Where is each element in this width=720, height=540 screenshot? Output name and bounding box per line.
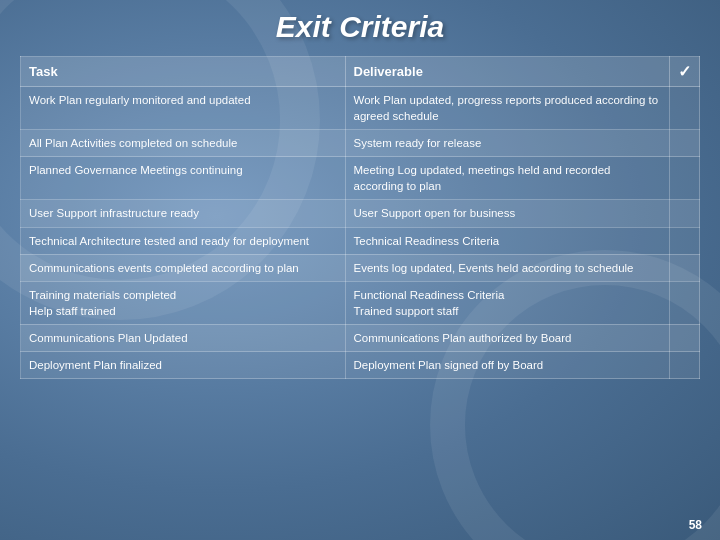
table-row: Communications events completed accordin… (21, 254, 700, 281)
check-cell (670, 352, 700, 379)
deliverable-cell: Events log updated, Events held accordin… (345, 254, 670, 281)
task-cell: All Plan Activities completed on schedul… (21, 130, 346, 157)
page-number: 58 (689, 518, 702, 532)
table-row: All Plan Activities completed on schedul… (21, 130, 700, 157)
task-cell: Training materials completed Help staff … (21, 281, 346, 324)
page-wrapper: Exit Criteria Task Deliverable ✓ Work Pl… (0, 0, 720, 389)
col-header-task: Task (21, 57, 346, 87)
checkmark-header: ✓ (678, 63, 691, 80)
task-cell: Communications events completed accordin… (21, 254, 346, 281)
deliverable-cell: Meeting Log updated, meetings held and r… (345, 157, 670, 200)
deliverable-cell: Technical Readiness Criteria (345, 227, 670, 254)
check-cell (670, 157, 700, 200)
table-row: Training materials completed Help staff … (21, 281, 700, 324)
table-row: Work Plan regularly monitored and update… (21, 87, 700, 130)
table-row: Communications Plan UpdatedCommunication… (21, 324, 700, 351)
check-cell (670, 227, 700, 254)
check-cell (670, 254, 700, 281)
exit-criteria-table: Task Deliverable ✓ Work Plan regularly m… (20, 56, 700, 379)
col-header-check: ✓ (670, 57, 700, 87)
page-title: Exit Criteria (20, 10, 700, 44)
deliverable-cell: User Support open for business (345, 200, 670, 227)
deliverable-cell: Deployment Plan signed off by Board (345, 352, 670, 379)
check-cell (670, 200, 700, 227)
table-row: Planned Governance Meetings continuingMe… (21, 157, 700, 200)
check-cell (670, 130, 700, 157)
task-cell: Communications Plan Updated (21, 324, 346, 351)
deliverable-cell: Work Plan updated, progress reports prod… (345, 87, 670, 130)
table-row: Technical Architecture tested and ready … (21, 227, 700, 254)
check-cell (670, 324, 700, 351)
check-cell (670, 281, 700, 324)
col-header-deliverable: Deliverable (345, 57, 670, 87)
table-row: User Support infrastructure readyUser Su… (21, 200, 700, 227)
deliverable-cell: Communications Plan authorized by Board (345, 324, 670, 351)
task-cell: Deployment Plan finalized (21, 352, 346, 379)
deliverable-cell: Functional Readiness Criteria Trained su… (345, 281, 670, 324)
table-row: Deployment Plan finalizedDeployment Plan… (21, 352, 700, 379)
task-cell: Work Plan regularly monitored and update… (21, 87, 346, 130)
task-cell: User Support infrastructure ready (21, 200, 346, 227)
task-cell: Technical Architecture tested and ready … (21, 227, 346, 254)
check-cell (670, 87, 700, 130)
deliverable-cell: System ready for release (345, 130, 670, 157)
task-cell: Planned Governance Meetings continuing (21, 157, 346, 200)
